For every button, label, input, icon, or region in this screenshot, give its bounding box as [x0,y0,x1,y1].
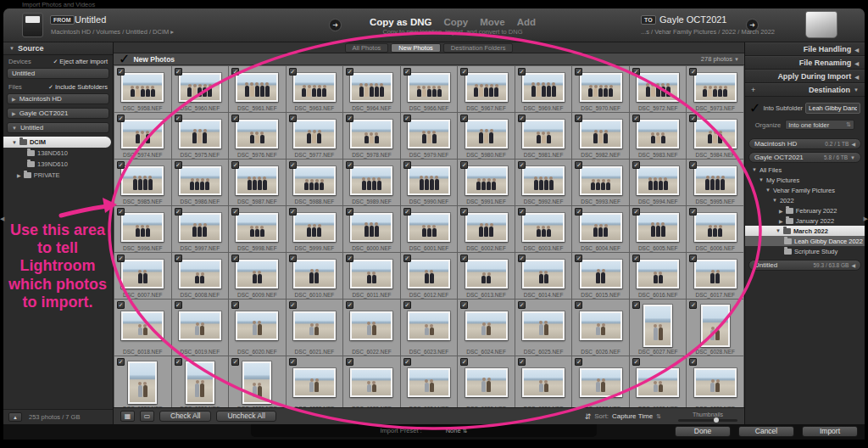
subfolder-name-input[interactable] [805,103,860,114]
photo-cell[interactable]: ✓DSC_6014.NEF [515,253,572,299]
photo-checkbox[interactable]: ✓ [117,68,125,76]
photo-cell[interactable]: ✓DSC_5972.NEF [630,66,687,112]
check-all-button[interactable]: Check All [159,411,211,422]
photo-checkbox[interactable]: ✓ [689,115,697,122]
photo-checkbox[interactable]: ✓ [231,161,239,169]
photo-cell[interactable]: ✓DSC_6005.NEF [630,206,687,252]
photo-cell[interactable]: ✓DSC_5973.NEF [687,66,743,112]
photo-checkbox[interactable]: ✓ [632,301,640,309]
photo-cell[interactable]: ✓DSC_6008.NEF [172,253,229,299]
photo-checkbox[interactable]: ✓ [518,115,526,122]
photo-cell[interactable]: ✓DSC_6016.NEF [630,253,687,299]
photo-checkbox[interactable]: ✓ [175,115,182,122]
photo-cell[interactable]: ✓DSC_6024.NEF [458,300,515,356]
eject-after-import-checkbox[interactable]: ✓Eject after import [53,58,108,65]
import-preset-value[interactable]: None ⇅ [446,427,468,434]
photo-checkbox[interactable]: ✓ [346,68,353,76]
photo-cell[interactable]: ✓DSC_6011.NEF [343,253,400,299]
photo-cell[interactable]: ✓DSC_5983.NEF [630,113,687,159]
photo-cell[interactable]: ✓DSC_6033.NEF [343,356,400,407]
photo-cell[interactable]: ✓DSC_5976.NEF [229,113,286,159]
photo-checkbox[interactable]: ✓ [518,208,526,216]
dest-tree-item[interactable]: ▼ All Files [745,165,865,175]
section-apply-during-import[interactable]: Apply During Import ◀ [745,70,865,83]
photo-cell[interactable]: ✓DSC_5985.NEF [114,160,171,205]
photo-checkbox[interactable]: ✓ [117,301,125,309]
photo-checkbox[interactable]: ✓ [289,301,297,309]
photo-cell[interactable]: ✓DSC_6036.NEF [515,356,572,407]
dest-tree-item[interactable]: ▶ February 2022 [745,205,865,216]
source-tree-item[interactable]: ▶ PRIVATE [3,170,113,181]
photo-cell[interactable]: ✓DSC_5996.NEF [114,206,171,252]
photo-checkbox[interactable]: ✓ [231,68,239,76]
photo-checkbox[interactable]: ✓ [689,208,697,216]
method-copy[interactable]: Copy [443,17,468,27]
photo-cell[interactable]: ✓DSC_5970.NEF [572,66,629,112]
photo-cell[interactable]: ✓DSC_5964.NEF [343,66,400,112]
photo-cell[interactable]: ✓DSC_6017.NEF [687,253,743,299]
photo-cell[interactable]: ✓DSC_5979.NEF [401,113,458,159]
sort-value[interactable]: Capture Time [612,412,653,420]
photo-cell[interactable]: ✓DSC_6000.NEF [343,206,400,252]
photo-cell[interactable]: ✓DSC_5997.NEF [172,206,229,252]
photo-cell[interactable]: ✓DSC_6037.NEF [572,356,629,407]
photo-cell[interactable]: ✓DSC_6038.NEF [630,356,687,407]
photo-cell[interactable]: ✓DSC_5967.NEF [458,66,515,112]
photo-checkbox[interactable]: ✓ [231,255,239,262]
photo-checkbox[interactable]: ✓ [460,301,468,309]
photo-cell[interactable]: ✓DSC_5994.NEF [630,160,687,205]
photo-cell[interactable]: ✓DSC_5987.NEF [229,160,286,205]
photo-checkbox[interactable]: ✓ [689,301,697,309]
photo-cell[interactable]: ✓DSC_5989.NEF [343,160,400,205]
tab-new-photos[interactable]: New Photos [391,43,440,53]
photo-cell[interactable]: ✓DSC_5993.NEF [572,160,629,205]
photo-checkbox[interactable]: ✓ [518,68,526,76]
dest-tree-item[interactable]: ▼ Vehar Family Pictures [745,185,865,195]
import-preset-bar[interactable]: Import Preset : None ⇅ [251,424,597,437]
dest-tree-item-leah-gibby[interactable]: Leah Gibby Dance 2022 [745,236,865,246]
method-add[interactable]: Add [517,17,536,27]
photo-cell[interactable]: ✓DSC_6013.NEF [458,253,515,299]
photo-checkbox[interactable]: ✓ [575,255,582,262]
add-folder-icon[interactable]: + [751,86,755,94]
photo-cell[interactable]: ✓DSC_6020.NEF [229,300,286,356]
photo-cell[interactable]: ✓DSC_5980.NEF [458,113,515,159]
device-untitled[interactable]: Untitled [7,68,109,79]
photo-checkbox[interactable]: ✓ [403,255,411,262]
photo-checkbox[interactable]: ✓ [403,115,411,122]
photo-cell[interactable]: ✓DSC_6021.NEF [287,300,343,356]
photo-checkbox[interactable]: ✓ [689,255,697,262]
collapse-filmstrip-button[interactable]: ▲ [8,412,22,422]
photo-cell[interactable]: ✓DSC_6007.NEF [114,253,171,299]
photo-checkbox[interactable]: ✓ [632,68,640,76]
photo-checkbox[interactable]: ✓ [289,161,297,169]
photo-cell[interactable]: ✓DSC_6023.NEF [401,300,458,356]
dest-tree-item[interactable]: ▼ My Pictures [745,175,865,185]
photo-cell[interactable]: ✓DSC_5999.NEF [287,206,343,252]
photo-checkbox[interactable]: ✓ [460,208,468,216]
photo-cell[interactable]: ✓DSC_6030.NEF [172,356,229,407]
photo-cell[interactable]: ✓DSC_5984.NEF [687,113,743,159]
photo-checkbox[interactable]: ✓ [346,358,353,366]
photo-checkbox[interactable]: ✓ [346,115,353,122]
photo-checkbox[interactable]: ✓ [175,68,182,76]
photo-cell[interactable]: ✓DSC_5981.NEF [515,113,572,159]
collapse-right-panel-icon[interactable]: ▶ [864,216,868,222]
photo-checkbox[interactable]: ✓ [117,358,125,366]
photo-checkbox[interactable]: ✓ [460,161,468,169]
thumbnail-size-slider[interactable] [678,419,737,422]
photo-cell[interactable]: ✓DSC_5995.NEF [687,160,743,205]
source-tree-item[interactable]: 139ND610 [3,159,113,170]
photo-cell[interactable]: ✓DSC_6006.NEF [687,206,743,252]
photo-checkbox[interactable]: ✓ [117,255,125,262]
photo-checkbox[interactable]: ✓ [346,301,353,309]
photo-checkbox[interactable]: ✓ [460,115,468,122]
dest-volume-untitled[interactable]: Untitled 59.3 / 63.8 GB ◀ [748,260,861,271]
photo-checkbox[interactable]: ✓ [575,358,582,366]
section-file-renaming[interactable]: File Renaming ◀ [745,56,865,70]
photo-checkbox[interactable]: ✓ [117,161,125,169]
dest-tree-item-march-2022[interactable]: ▼ March 2022 [745,226,865,236]
uncheck-all-button[interactable]: Uncheck All [216,411,275,422]
photo-checkbox[interactable]: ✓ [460,255,468,262]
photo-checkbox[interactable]: ✓ [175,208,182,216]
